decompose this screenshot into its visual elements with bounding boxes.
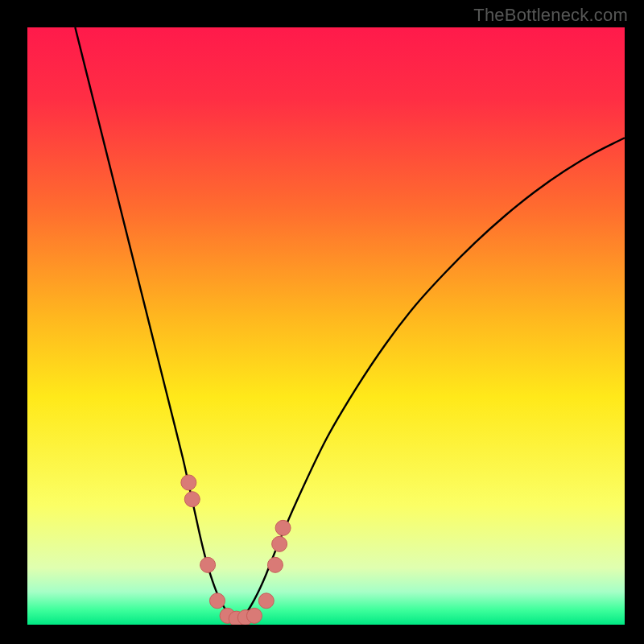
marker-dot	[272, 536, 287, 551]
marker-dot	[275, 520, 291, 535]
marker-dot	[267, 557, 283, 572]
marker-dot	[258, 593, 274, 609]
curve-right	[237, 138, 625, 618]
marker-dot	[200, 557, 216, 572]
marker-dot	[209, 593, 225, 609]
marker-dot	[246, 608, 262, 623]
curve-left	[75, 27, 236, 619]
plot-area	[27, 27, 625, 625]
curve-layer	[27, 27, 625, 625]
marker-dot	[184, 492, 200, 507]
chart-container: { "watermark": "TheBottleneck.com", "col…	[0, 0, 644, 644]
curve-markers	[181, 475, 291, 625]
watermark-text: TheBottleneck.com	[473, 5, 628, 26]
marker-dot	[181, 475, 196, 490]
